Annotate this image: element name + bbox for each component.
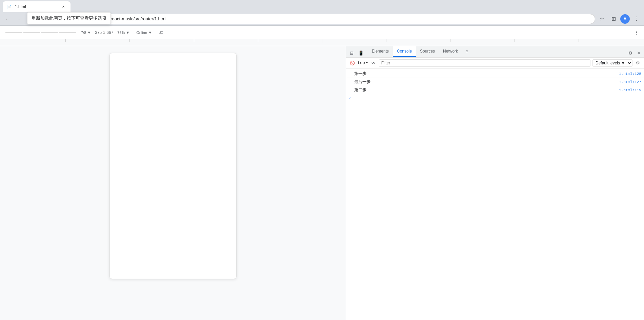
forward-button[interactable]: → <box>14 14 24 24</box>
responsive-controls: 7/8 ▼ 375 x 667 76% ▼ Online ▼ 🏷 <box>3 28 169 37</box>
star-button[interactable]: ☆ <box>597 14 607 24</box>
devtools-mobile-button[interactable]: 📱 <box>357 49 365 57</box>
gear-icon: ⚙ <box>636 60 640 65</box>
tab-title: 1.html <box>15 4 58 9</box>
eye-icon: 👁 <box>371 61 376 65</box>
tab-network-label: Network <box>443 49 458 54</box>
console-prompt[interactable]: › <box>346 94 644 102</box>
console-entry-0[interactable]: 第一步 1.html:125 <box>346 70 644 78</box>
console-output: 第一步 1.html:125 最后一步 1.html:127 第二步 1.htm… <box>346 68 644 320</box>
console-eye-button[interactable]: 👁 <box>370 60 377 66</box>
tab-elements-label: Elements <box>372 49 389 54</box>
tab-console-label: Console <box>397 49 412 54</box>
console-clear-icon: 🚫 <box>350 61 355 65</box>
console-gear-button[interactable]: ⚙ <box>635 60 641 66</box>
menu-button[interactable]: ⋮ <box>632 14 641 24</box>
dimension-separator: x <box>103 30 105 35</box>
devtools-dock-icon: ⊟ <box>350 51 354 56</box>
console-entry-2[interactable]: 第二步 1.html:119 <box>346 86 644 94</box>
entry-text-1: 最后一步 <box>354 79 619 85</box>
star-icon: ☆ <box>600 16 604 22</box>
tab-more[interactable]: » <box>462 46 472 57</box>
reload-tooltip: 重新加载此网页，按下可查看更多选项 <box>27 12 111 24</box>
tab-console[interactable]: Console <box>393 46 416 57</box>
console-levels-select[interactable]: Default levels ▼ <box>592 59 632 67</box>
entry-source-0[interactable]: 1.html:125 <box>619 72 641 76</box>
profile-avatar[interactable]: A <box>620 14 630 24</box>
menu-icon: ⋮ <box>634 16 639 22</box>
tab-bar: 📄 1.html × <box>0 0 644 12</box>
responsive-toolbar: 7/8 ▼ 375 x 667 76% ▼ Online ▼ 🏷 ⋮ <box>0 26 644 39</box>
mobile-frame <box>109 53 237 279</box>
entry-source-2[interactable]: 1.html:119 <box>619 88 641 92</box>
console-entry-1[interactable]: 最后一步 1.html:127 <box>346 78 644 86</box>
devtools-dock-button[interactable]: ⊟ <box>347 49 356 57</box>
zoom-button[interactable]: 76% ▼ <box>115 28 132 37</box>
devtools-panel: ⊟ 📱 Elements Console Sources <box>346 46 644 320</box>
tab-elements[interactable]: Elements <box>368 46 393 57</box>
extensions-icon: ⊞ <box>611 16 616 22</box>
tab-favicon: 📄 <box>7 4 12 9</box>
tooltip-text: 重新加载此网页，按下可查看更多选项 <box>32 16 106 21</box>
back-icon: ← <box>5 16 10 22</box>
entry-text-0: 第一步 <box>354 71 619 77</box>
devtools-settings-button[interactable]: ⚙ <box>626 49 635 57</box>
devtools-close-icon: ✕ <box>637 51 641 56</box>
browser-window: 📄 1.html × ← → ↻ 重新加载此网页，按下可查看更多选项 ⓘ 文件 … <box>0 0 644 320</box>
console-filter-input[interactable] <box>379 59 590 67</box>
tab-network[interactable]: Network <box>439 46 462 57</box>
devtools-mobile-icon: 📱 <box>358 51 364 56</box>
console-context-selector[interactable]: top ▼ <box>358 59 368 67</box>
back-button[interactable]: ← <box>3 14 12 24</box>
tab-sources[interactable]: Sources <box>416 46 439 57</box>
ruler-bar <box>0 39 644 46</box>
entry-text-2: 第二步 <box>354 87 619 93</box>
chevron-down-icon: ▼ <box>366 61 368 65</box>
height-value: 667 <box>106 30 113 35</box>
devtools-more-button[interactable]: ⋮ <box>632 28 641 37</box>
forward-icon: → <box>17 16 21 22</box>
console-toolbar: 🚫 top ▼ 👁 Default levels ▼ ⚙ <box>346 58 644 68</box>
console-context-value: top <box>358 61 365 65</box>
devtools-settings-icon: ⚙ <box>628 51 632 56</box>
prompt-arrow: › <box>349 96 351 100</box>
entry-source-1[interactable]: 1.html:127 <box>619 80 641 84</box>
address-bar-container: ⓘ 文件 | C:/Users/86180/Desktop/react-musi… <box>37 14 595 24</box>
title-bar: ← → ↻ 重新加载此网页，按下可查看更多选项 ⓘ 文件 | C:/Users/… <box>0 12 644 26</box>
tab-close-button[interactable]: × <box>60 4 66 10</box>
main-area: ⊟ 📱 Elements Console Sources <box>0 46 644 320</box>
console-clear-button[interactable]: 🚫 <box>349 60 356 66</box>
address-bar[interactable]: ⓘ 文件 | C:/Users/86180/Desktop/react-musi… <box>37 14 595 24</box>
active-tab[interactable]: 📄 1.html × <box>3 1 71 12</box>
tab-more-label: » <box>466 49 468 54</box>
network-button[interactable]: Online ▼ <box>134 28 155 37</box>
extensions-button[interactable]: ⊞ <box>609 14 618 24</box>
devtools-tabs-row: ⊟ 📱 Elements Console Sources <box>346 46 644 58</box>
browser-viewport <box>0 46 346 320</box>
tab-sources-label: Sources <box>420 49 435 54</box>
dimensions-display: 7/8 ▼ 375 x 667 76% ▼ Online ▼ 🏷 <box>78 28 166 37</box>
responsive-size-button[interactable]: 7/8 ▼ <box>78 28 94 37</box>
devtools-close-button[interactable]: ✕ <box>635 49 643 57</box>
tag-button[interactable]: 🏷 <box>156 28 166 37</box>
width-value: 375 <box>95 30 102 35</box>
